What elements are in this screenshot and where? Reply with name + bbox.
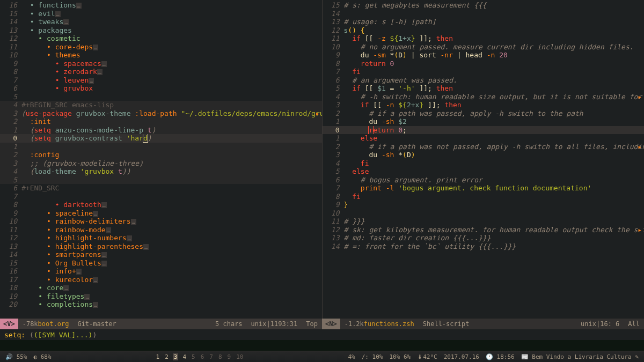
buffer-name: functions.zsh	[364, 320, 414, 328]
right-pane[interactable]: 15# s: get megabytes measurement {{{1413…	[323, 0, 645, 319]
disk-widget: /: 10%	[362, 353, 383, 360]
cursor-pos: 16: 6	[600, 320, 619, 328]
vc-branch: Git-master	[73, 319, 120, 329]
workspace-9[interactable]: 9	[226, 353, 232, 360]
clock-icon: 🕐	[486, 353, 493, 360]
mem-widget: 10% 6%	[389, 353, 411, 360]
news-widget[interactable]: 📰 Bem Vindo a Livraria Cultura ✎	[521, 353, 639, 360]
cursor-pos: 1193:31	[270, 320, 298, 328]
buffer-modified: -	[345, 320, 348, 328]
date-widget: 2017.07.16	[444, 353, 479, 360]
modeline-right[interactable]: <N> - 1.2k functions.zsh Shell-script un…	[322, 319, 644, 329]
workspace-10[interactable]: 10	[235, 353, 244, 360]
evil-state-badge: <N>	[322, 319, 340, 329]
volume-icon: 🔊	[5, 353, 13, 360]
evil-state-badge: <V>	[0, 319, 18, 329]
workspace-6[interactable]: 6	[200, 353, 206, 360]
left-code-body[interactable]: 16 • functions…15 • evil…14 • tweaks…13 …	[0, 0, 322, 319]
left-pane[interactable]: 16 • functions…15 • evil…14 • tweaks…13 …	[0, 0, 323, 319]
scroll-pos: All	[624, 319, 644, 329]
eldoc-fn: setq:	[4, 331, 25, 339]
time-widget: 🕐 18:56	[486, 353, 515, 360]
minibuffer[interactable]: setq: (([SYM VAL]...))	[0, 329, 644, 340]
encoding: unix	[251, 320, 267, 328]
workspace-3[interactable]: 3	[173, 353, 179, 360]
selection-info: 5 chars	[211, 319, 247, 329]
encoding: unix	[581, 320, 596, 328]
workspace-1[interactable]: 1	[155, 353, 161, 360]
modeline-row: <V> - 78k boot.org Git-master 5 chars un…	[0, 319, 644, 329]
buffer-modified: -	[23, 320, 26, 328]
modeline-left[interactable]: <V> - 78k boot.org Git-master 5 chars un…	[0, 319, 322, 329]
right-code-body[interactable]: 15# s: get megabytes measurement {{{1413…	[323, 0, 645, 319]
brightness-widget[interactable]: ◐ 68%	[34, 353, 52, 360]
scroll-pos: Top	[302, 319, 322, 329]
workspace-4[interactable]: 4	[181, 353, 187, 360]
workspace-7[interactable]: 7	[208, 353, 214, 360]
temp-widget: 🌡42°C	[417, 353, 437, 360]
editor-area: 16 • functions…15 • evil…14 • tweaks…13 …	[0, 0, 644, 319]
buffer-size: 1.2k	[348, 320, 364, 328]
cpu-widget: 4%	[348, 353, 355, 360]
major-mode: Shell-script	[419, 319, 474, 329]
workspace-2[interactable]: 2	[164, 353, 170, 360]
buffer-size: 78k	[26, 320, 38, 328]
workspace-list[interactable]: 12345678910	[52, 353, 348, 360]
buffer-name: boot.org	[38, 320, 69, 328]
workspace-5[interactable]: 5	[191, 353, 196, 360]
workspace-8[interactable]: 8	[217, 353, 223, 360]
desktop-bar: 🔊 55% ◐ 68% 12345678910 4% /: 10% 10% 6%…	[0, 351, 644, 362]
volume-widget[interactable]: 🔊 55%	[5, 353, 27, 360]
brightness-icon: ◐	[34, 353, 38, 360]
eldoc-args: ([SYM VAL]...)	[34, 331, 93, 339]
